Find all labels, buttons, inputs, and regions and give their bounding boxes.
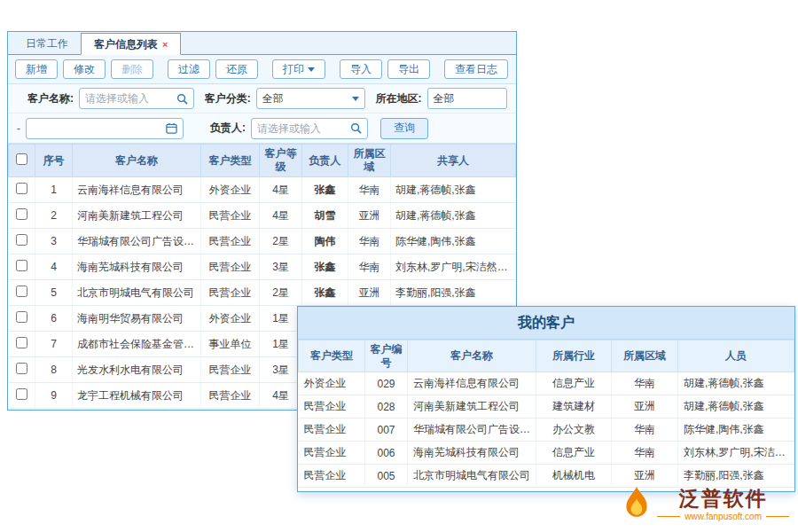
cell-type: 民营企业	[299, 395, 365, 419]
cell-owner[interactable]: 陶伟	[302, 229, 348, 254]
delete-button[interactable]: 删除	[111, 59, 153, 79]
cell-region: 华南	[348, 254, 391, 280]
row-checkbox[interactable]	[16, 388, 27, 400]
cell-industry: 信息产业	[536, 442, 612, 465]
manager-input[interactable]	[257, 122, 347, 135]
row-checkbox[interactable]	[16, 183, 27, 194]
logo-name: 泛普软件	[679, 488, 768, 510]
toolbar: 新增 修改 删除 过滤 还原 打印 导入 导出 查看日志	[8, 55, 516, 84]
cell-code[interactable]: 029	[365, 372, 408, 395]
tab-close-icon[interactable]: ×	[162, 39, 168, 50]
select-all-checkbox[interactable]	[16, 153, 27, 165]
import-button[interactable]: 导入	[340, 59, 382, 79]
region-label: 所在地区:	[376, 91, 422, 106]
list-item[interactable]: 民营企业 007 华瑞城有限公司广告设计部 办公文教 华南 陈华健,陶伟,张鑫	[299, 419, 794, 442]
cell-customer-level: 3星	[260, 357, 302, 383]
cell-region: 华南	[612, 372, 678, 395]
cell-code[interactable]: 006	[365, 442, 408, 465]
cell-customer-type: 民营企业	[201, 357, 260, 383]
cell-customer-name[interactable]: 海南芜城科技有限公司	[73, 254, 201, 280]
table-header-row: 序号 客户名称 客户类型 客户等级 负责人 所属区域 共享人	[9, 145, 516, 177]
cell-industry: 办公文教	[536, 419, 612, 442]
cell-people: 胡建,蒋德帧,张鑫	[678, 395, 794, 419]
view-log-button[interactable]: 查看日志	[444, 59, 508, 79]
table-row[interactable]: 1 云南海祥信息有限公司 外资企业 4星 张鑫 华南 胡建,蒋德帧,张鑫	[9, 177, 516, 203]
search-icon[interactable]	[350, 122, 362, 134]
cell-customer-type: 民营企业	[201, 254, 260, 280]
cell-industry: 信息产业	[536, 372, 612, 395]
edit-button[interactable]: 修改	[63, 59, 106, 79]
cell-customer-name[interactable]: 河南美新建筑工程公司	[73, 203, 201, 229]
cell-owner[interactable]: 张鑫	[302, 254, 348, 280]
cell-code[interactable]: 028	[365, 395, 408, 419]
print-button[interactable]: 打印	[272, 59, 325, 79]
tab-customer-list[interactable]: 客户信息列表×	[81, 33, 181, 55]
header-region[interactable]: 所属区域	[348, 145, 391, 177]
query-button[interactable]: 查询	[380, 118, 428, 139]
header-shared[interactable]: 共享人	[391, 145, 516, 177]
tab-daily-work[interactable]: 日常工作	[13, 33, 81, 55]
customer-name-input-box	[79, 88, 194, 109]
fanpu-logo: 泛普软件 www.fanpusoft.com	[622, 486, 789, 523]
list-item[interactable]: 民营企业 005 北京市明城电气有限公司 机械机电 亚洲 李勤丽,阳强,张鑫	[299, 465, 794, 488]
manager-input-box	[251, 118, 368, 139]
cell-owner[interactable]: 张鑫	[302, 177, 348, 203]
cell-people: 刘东林,罗广明,宋洁然,张鑫	[678, 442, 794, 465]
search-icon[interactable]	[176, 93, 188, 105]
header-type: 客户类型	[299, 340, 365, 372]
chevron-down-icon	[308, 67, 315, 72]
header-customer-level[interactable]: 客户等级	[260, 145, 302, 177]
header-owner[interactable]: 负责人	[302, 145, 348, 177]
table-row[interactable]: 2 河南美新建筑工程公司 民营企业 4星 胡雪 亚洲 胡建,蒋德帧,张鑫	[9, 203, 516, 229]
cell-code[interactable]: 007	[365, 419, 408, 442]
filter-button[interactable]: 过滤	[168, 59, 210, 79]
flame-icon	[622, 486, 652, 523]
cell-name[interactable]: 海南芜城科技有限公司	[408, 442, 536, 465]
row-checkbox[interactable]	[16, 260, 27, 271]
cell-no: 8	[35, 357, 73, 383]
region-select[interactable]: 全部	[427, 88, 507, 109]
cell-customer-name[interactable]: 光发水利水电有限公司	[73, 357, 201, 383]
header-no[interactable]: 序号	[35, 145, 73, 177]
cell-owner[interactable]: 胡雪	[302, 203, 348, 229]
list-item[interactable]: 民营企业 028 河南美新建筑工程公司 建筑建材 亚洲 胡建,蒋德帧,张鑫	[299, 395, 794, 419]
list-item[interactable]: 民营企业 006 海南芜城科技有限公司 信息产业 华南 刘东林,罗广明,宋洁然,…	[299, 442, 794, 465]
category-select[interactable]: 全部	[256, 88, 365, 109]
add-button[interactable]: 新增	[15, 59, 58, 79]
cell-customer-name[interactable]: 龙宇工程机械有限公司	[73, 383, 201, 409]
row-checkbox[interactable]	[16, 363, 27, 374]
cell-code[interactable]: 005	[365, 465, 408, 488]
cell-customer-name[interactable]: 华瑞城有限公司广告设计部	[73, 229, 201, 254]
header-customer-name[interactable]: 客户名称	[73, 145, 201, 177]
table-row[interactable]: 3 华瑞城有限公司广告设计部 民营企业 2星 陶伟 华南 陈华健,陶伟,张鑫	[9, 229, 516, 254]
cell-name[interactable]: 华瑞城有限公司广告设计部	[408, 419, 536, 442]
row-checkbox[interactable]	[16, 337, 27, 348]
row-checkbox[interactable]	[16, 286, 27, 297]
cell-name[interactable]: 云南海祥信息有限公司	[408, 372, 536, 395]
cell-region: 华南	[612, 419, 678, 442]
list-item[interactable]: 外资企业 029 云南海祥信息有限公司 信息产业 华南 胡建,蒋德帧,张鑫	[299, 372, 794, 395]
cell-customer-name[interactable]: 北京市明城电气有限公司	[73, 280, 201, 306]
calendar-icon[interactable]	[166, 122, 177, 134]
cell-customer-name[interactable]: 海南明华贸易有限公司	[73, 306, 201, 332]
table-row[interactable]: 5 北京市明城电气有限公司 民营企业 2星 张鑫 亚洲 李勤丽,阳强,张鑫	[9, 280, 516, 306]
customer-name-input[interactable]	[85, 92, 173, 105]
row-checkbox[interactable]	[16, 208, 27, 220]
cell-name[interactable]: 北京市明城电气有限公司	[408, 465, 536, 488]
row-checkbox[interactable]	[16, 234, 27, 246]
cell-name[interactable]: 河南美新建筑工程公司	[408, 395, 536, 419]
cell-shared: 李勤丽,阳强,张鑫	[391, 280, 516, 306]
row-checkbox[interactable]	[16, 311, 27, 323]
manager-label: 负责人:	[210, 121, 246, 136]
restore-button[interactable]: 还原	[215, 59, 258, 79]
cell-customer-name[interactable]: 成都市社会保险基金管理...	[73, 332, 201, 357]
filter-area: 客户名称: 客户分类: 全部 所在地区: 全部 -	[8, 84, 516, 144]
cell-customer-name[interactable]: 云南海祥信息有限公司	[73, 177, 201, 203]
export-button[interactable]: 导出	[387, 59, 430, 79]
table-row[interactable]: 4 海南芜城科技有限公司 民营企业 3星 张鑫 华南 刘东林,罗广明,宋洁然,张…	[9, 254, 516, 280]
date-input[interactable]	[32, 122, 162, 135]
cell-region: 华南	[348, 177, 391, 203]
cell-owner[interactable]: 张鑫	[302, 280, 348, 306]
header-customer-type[interactable]: 客户类型	[201, 145, 260, 177]
tab-bar: 日常工作 客户信息列表×	[8, 32, 516, 55]
